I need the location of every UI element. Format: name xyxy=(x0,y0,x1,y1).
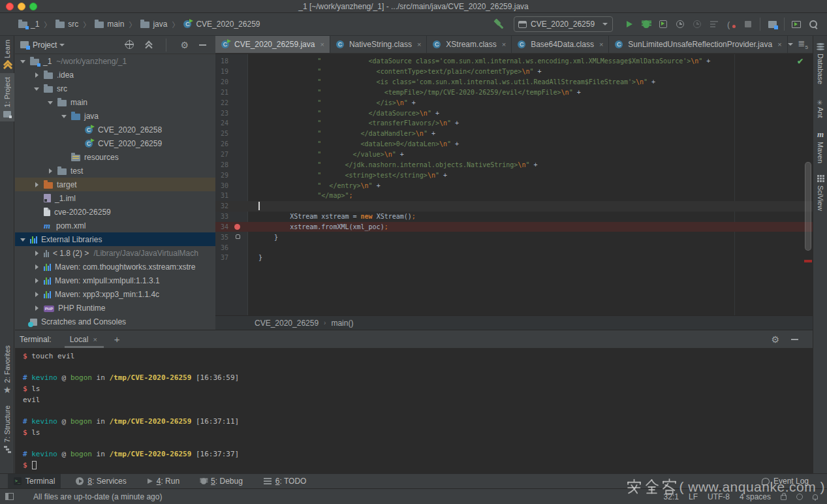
terminal-tab-local[interactable]: Local × xyxy=(69,330,99,348)
close-tab-icon[interactable]: × xyxy=(502,40,506,48)
tree-item-maven-com-thoughtworks-xstream-xstre[interactable]: Maven: com.thoughtworks.xstream:xstre xyxy=(15,260,215,274)
line-number[interactable]: 22 xyxy=(215,99,228,106)
tree-item-src[interactable]: src xyxy=(15,82,215,95)
run-anything-button[interactable] xyxy=(788,16,805,33)
project-view-dropdown-icon[interactable] xyxy=(59,44,65,46)
tree-expand-arrow[interactable] xyxy=(33,72,40,78)
tree-expand-arrow[interactable] xyxy=(46,100,54,104)
tree-item--1-8-2-[interactable]: < 1.8 (2) >/Library/Java/JavaVirtualMach xyxy=(15,246,215,260)
build-button[interactable] xyxy=(490,16,507,33)
stripe-button-2-favorites[interactable]: 2: Favorites★ xyxy=(0,341,14,398)
line-number[interactable]: 37 xyxy=(215,254,228,261)
tree-expand-arrow[interactable] xyxy=(19,237,27,242)
tree-item-scratches-and-consoles[interactable]: Scratches and Consoles xyxy=(15,315,215,328)
tree-expand-arrow[interactable] xyxy=(60,114,68,118)
editor-scrollbar[interactable] xyxy=(805,162,811,251)
inspections-ok-icon[interactable]: ✔ xyxy=(797,57,804,66)
tree-expand-arrow[interactable] xyxy=(19,59,27,63)
gear-icon[interactable]: ⚙ xyxy=(180,40,189,50)
tree-expand-arrow[interactable] xyxy=(33,86,40,91)
tree-item-maven-xmlpull-xmlpull-1-1-3-1[interactable]: Maven: xmlpull:xmlpull:1.1.3.1 xyxy=(15,274,215,287)
tree-expand-arrow[interactable] xyxy=(33,182,40,187)
line-number[interactable]: 25 xyxy=(215,130,228,137)
tree-item--idea[interactable]: .idea xyxy=(15,68,215,82)
close-tab-icon[interactable]: × xyxy=(599,40,603,48)
tree-item-cve-2020-26259[interactable]: CCVE_2020_26259 xyxy=(15,136,215,150)
hide-panel-icon[interactable] xyxy=(199,44,206,46)
search-everywhere-button[interactable] xyxy=(805,16,822,33)
breadcrumb-main-[interactable]: main() xyxy=(331,319,353,328)
line-number[interactable]: 36 xyxy=(215,244,228,251)
close-tab-icon[interactable]: × xyxy=(320,40,324,48)
attach-debugger-button[interactable]: ( xyxy=(723,16,740,33)
tool-window-button-5-debug[interactable]: 5: Debug xyxy=(195,474,249,488)
tree-expand-arrow[interactable] xyxy=(33,278,40,283)
run-button[interactable] xyxy=(621,16,638,33)
new-terminal-session-button[interactable]: + xyxy=(114,334,120,345)
terminal-output[interactable]: $ touch evil# kevino @ bogon in /tmp/CVE… xyxy=(15,348,813,471)
tree-expand-arrow[interactable] xyxy=(33,292,40,297)
nav-item-src[interactable]: src xyxy=(55,20,78,29)
stripe-button-1-project[interactable]: 1: Project xyxy=(0,73,14,121)
tree-expand-arrow[interactable] xyxy=(33,251,40,256)
line-number[interactable]: 31 xyxy=(215,192,228,199)
run-configuration-select[interactable]: CVE_2020_26259 xyxy=(514,16,613,32)
line-number[interactable]: 27 xyxy=(215,151,228,158)
line-number[interactable]: 30 xyxy=(215,182,228,189)
editor-tab-nativestring-class[interactable]: CNativeString.class× xyxy=(330,36,427,53)
tree-item-maven-xpp3-xpp3-min-1-1-4c[interactable]: Maven: xpp3:xpp3_min:1.1.4c xyxy=(15,287,215,301)
tool-window-button-6-todo[interactable]: 6: TODO xyxy=(258,474,313,488)
nav-item-java[interactable]: java xyxy=(140,20,167,29)
readonly-lock-icon[interactable] xyxy=(781,495,787,500)
line-number[interactable]: 20 xyxy=(215,78,228,86)
line-number[interactable]: 26 xyxy=(215,140,228,148)
locate-file-icon[interactable] xyxy=(125,40,134,49)
line-number[interactable]: 21 xyxy=(215,89,228,96)
stripe-button-learn[interactable]: Learn xyxy=(0,36,14,73)
line-number[interactable]: 33 xyxy=(215,213,228,220)
line-number[interactable]: 23 xyxy=(215,110,228,117)
editor-tab-base64data-class[interactable]: CBase64Data.class× xyxy=(512,36,609,53)
stripe-button-maven[interactable]: mMaven xyxy=(813,126,827,167)
line-number[interactable]: 35 xyxy=(215,234,228,241)
close-tab-icon[interactable]: × xyxy=(417,40,421,48)
project-structure-button[interactable] xyxy=(764,16,781,33)
coverage-button[interactable] xyxy=(655,16,672,33)
tree-item-target[interactable]: target xyxy=(15,178,215,191)
tabs-list-icon[interactable]: ≣5 xyxy=(798,39,808,50)
close-tab-icon[interactable]: × xyxy=(777,40,781,48)
profiler-button[interactable] xyxy=(672,16,689,33)
collapse-all-icon[interactable] xyxy=(144,41,152,49)
stripe-button-7-structure[interactable]: 7: Structure xyxy=(0,402,14,457)
tree-expand-arrow[interactable] xyxy=(46,168,54,174)
tabs-dropdown-icon[interactable] xyxy=(788,43,793,46)
editor-tab-sunlimitedunsafereflectionprovider-java[interactable]: CSunLimitedUnsafeReflectionProvider.java… xyxy=(609,36,787,53)
debug-button[interactable] xyxy=(638,16,655,33)
tool-window-button-8-services[interactable]: 8: Services xyxy=(70,474,132,488)
tree-expand-arrow[interactable] xyxy=(33,264,40,270)
gutter-icon[interactable] xyxy=(236,234,240,239)
tree-item-pom-xml[interactable]: mpom.xml xyxy=(15,219,215,232)
tree-item-external-libraries[interactable]: External Libraries xyxy=(15,232,215,246)
line-number[interactable]: 29 xyxy=(215,172,228,179)
line-number[interactable]: 18 xyxy=(215,57,228,65)
breakpoint-icon[interactable] xyxy=(234,224,240,230)
stripe-button-sciview[interactable]: SciView xyxy=(813,171,827,215)
code-editor[interactable]: 18 " <dataSource class='com.sun.xml.inte… xyxy=(215,54,813,315)
editor-tab-xstream-class[interactable]: CXStream.class× xyxy=(427,36,512,53)
line-number[interactable]: 28 xyxy=(215,161,228,168)
error-stripe-mark[interactable] xyxy=(804,260,812,262)
tree-item-cve-2020-26258[interactable]: CCVE_2020_26258 xyxy=(15,123,215,136)
tree-item-java[interactable]: java xyxy=(15,109,215,123)
tree-item-php-runtime[interactable]: PHPPHP Runtime xyxy=(15,301,215,315)
tool-window-button-terminal[interactable]: >_Terminal xyxy=(8,474,61,488)
tree-item--1[interactable]: _1~/work/yanzheng/_1 xyxy=(15,54,215,68)
breadcrumb-cve-2020-26259[interactable]: CVE_2020_26259 xyxy=(255,319,319,328)
tree-item-cve-2020-26259[interactable]: cve-2020-26259 xyxy=(15,205,215,219)
close-icon[interactable]: × xyxy=(93,336,97,343)
terminal-settings-gear-icon[interactable]: ⚙ xyxy=(771,335,779,344)
tree-item-resources[interactable]: resources xyxy=(15,150,215,164)
tool-window-toggle-icon[interactable] xyxy=(5,493,14,500)
nav-item-main[interactable]: main xyxy=(95,20,124,29)
hide-terminal-icon[interactable] xyxy=(791,339,798,340)
